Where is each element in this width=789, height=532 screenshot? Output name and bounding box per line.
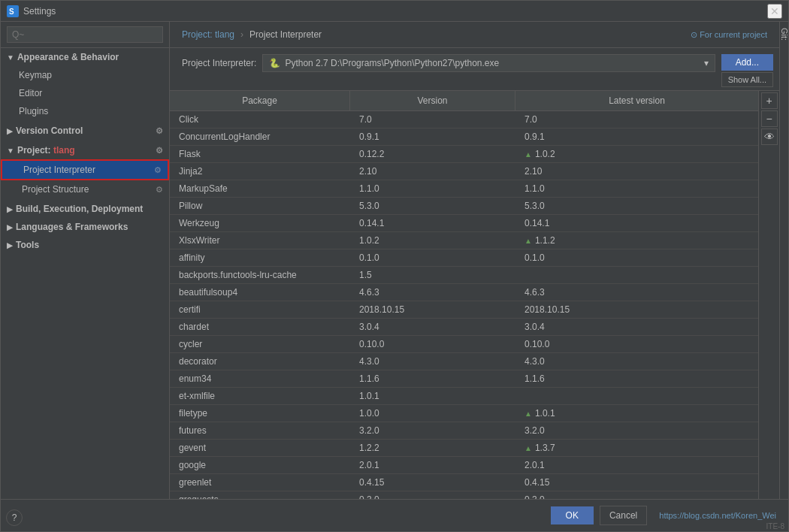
table-row[interactable]: affinity0.1.00.1.0 [170, 249, 758, 267]
footer: OK Cancel https://blog.csdn.net/Koren_We… [1, 499, 788, 531]
expand-icon: ▼ [7, 53, 14, 62]
package-latest [515, 267, 758, 283]
sidebar-item-label: Project Interpreter [23, 165, 95, 175]
title-bar: S Settings ✕ [1, 1, 788, 22]
package-latest: 0.3.0 [515, 491, 758, 499]
package-latest: ▲1.3.7 [515, 440, 758, 456]
table-row[interactable]: greenlet0.4.150.4.15 [170, 474, 758, 491]
expand-icon: ▶ [7, 127, 13, 135]
table-row[interactable]: google2.0.12.0.1 [170, 457, 758, 474]
package-version: 0.1.0 [350, 249, 515, 266]
show-all-button[interactable]: Show All... [721, 72, 773, 87]
sidebar-item-keymap[interactable]: Keymap [1, 66, 169, 84]
sidebar-item-label: Build, Execution, Deployment [16, 204, 143, 214]
interpreter-dropdown[interactable]: 🐍 Python 2.7 D:\Programs\Python\Python27… [262, 54, 715, 72]
table-row[interactable]: ConcurrentLogHandler0.9.10.9.1 [170, 128, 758, 146]
package-name: backports.functools-lru-cache [170, 267, 350, 283]
table-row[interactable]: Jinja22.102.10 [170, 163, 758, 180]
sidebar-item-project-structure[interactable]: Project Structure ⚙ [1, 180, 169, 198]
help-button[interactable]: ? [6, 509, 23, 526]
upgrade-arrow-icon: ▲ [524, 410, 532, 418]
close-button[interactable]: ✕ [767, 4, 782, 19]
package-name: grequests [170, 491, 350, 499]
packages-table: Package Version Latest version Click7.07… [170, 91, 758, 499]
package-name: futures [170, 422, 350, 439]
package-latest: 3.2.0 [515, 422, 758, 439]
sidebar-item-label: Appearance & Behavior [17, 52, 119, 62]
package-name: google [170, 457, 350, 473]
breadcrumb-project[interactable]: Project: tlang [182, 29, 234, 40]
package-latest: 5.3.0 [515, 198, 758, 214]
package-version: 1.1.0 [350, 180, 515, 197]
package-version: 0.14.1 [350, 215, 515, 231]
sidebar-item-build[interactable]: ▶ Build, Execution, Deployment [1, 200, 169, 218]
interpreter-label: Project Interpreter: [182, 58, 256, 68]
ide-label: ITE-8 [766, 522, 784, 530]
table-row[interactable]: enum341.1.61.1.6 [170, 370, 758, 388]
add-package-button[interactable]: + [761, 92, 778, 109]
package-version: 1.0.2 [350, 232, 515, 249]
package-version: 1.0.0 [350, 405, 515, 422]
expand-icon: ▶ [7, 205, 13, 213]
package-name: Click [170, 111, 350, 128]
table-row[interactable]: gevent1.2.2▲1.3.7 [170, 440, 758, 457]
table-row[interactable]: Werkzeug0.14.10.14.1 [170, 215, 758, 232]
package-latest: 2.10 [515, 163, 758, 180]
package-version: 5.3.0 [350, 198, 515, 214]
settings-cog-icon: ⚙ [156, 126, 163, 136]
settings-window: S Settings ✕ ▼ Appearance & Behavior Key… [0, 0, 789, 532]
package-name: greenlet [170, 474, 350, 491]
table-row[interactable]: Flask0.12.2▲1.0.2 [170, 146, 758, 163]
sidebar-item-appearance[interactable]: ▼ Appearance & Behavior [1, 48, 169, 66]
package-latest: ▲1.1.2 [515, 232, 758, 249]
sidebar-item-version-control[interactable]: ▶ Version Control ⚙ [1, 122, 169, 140]
table-row[interactable]: Click7.07.0 [170, 111, 758, 128]
table-row[interactable]: et-xmlfile1.0.1 [170, 388, 758, 405]
table-body: Click7.07.0ConcurrentLogHandler0.9.10.9.… [170, 111, 758, 499]
package-latest: ▲1.0.2 [515, 146, 758, 162]
package-name: filetype [170, 405, 350, 422]
package-version: 1.2.2 [350, 440, 515, 456]
sidebar-item-label: Tools [16, 240, 39, 250]
table-row[interactable]: grequests0.3.00.3.0 [170, 491, 758, 499]
sidebar-item-plugins[interactable]: Plugins [1, 102, 169, 120]
add-button[interactable]: Add... [721, 54, 773, 71]
sidebar-item-tools[interactable]: ▶ Tools [1, 236, 169, 254]
sidebar-item-project[interactable]: ▼ Project: tlang ⚙ [1, 141, 169, 159]
expand-icon: ▶ [7, 241, 13, 249]
package-latest: 0.9.1 [515, 128, 758, 145]
table-row[interactable]: chardet3.0.43.0.4 [170, 319, 758, 336]
sidebar-item-project-interpreter[interactable]: Project Interpreter ⚙ [1, 159, 169, 180]
packages-area: Package Version Latest version Click7.07… [170, 91, 779, 499]
table-row[interactable]: cycler0.10.00.10.0 [170, 336, 758, 353]
table-row[interactable]: decorator4.3.04.3.0 [170, 353, 758, 370]
ok-button[interactable]: OK [551, 506, 594, 524]
table-row[interactable]: futures3.2.03.2.0 [170, 422, 758, 440]
table-row[interactable]: beautifulsoup44.6.34.6.3 [170, 284, 758, 301]
breadcrumb-for-current[interactable]: ⊙ For current project [691, 30, 767, 40]
git-label[interactable]: Git: [780, 28, 789, 41]
sidebar-item-label: Project Structure [22, 184, 89, 195]
table-row[interactable]: XlsxWriter1.0.2▲1.1.2 [170, 232, 758, 249]
package-version: 4.3.0 [350, 353, 515, 370]
table-row[interactable]: backports.functools-lru-cache1.5 [170, 267, 758, 284]
cancel-button[interactable]: Cancel [600, 506, 647, 525]
upgrade-arrow-icon: ▲ [524, 237, 532, 245]
search-input[interactable] [7, 26, 163, 43]
window-title: Settings [23, 6, 767, 17]
table-row[interactable]: MarkupSafe1.1.01.1.0 [170, 180, 758, 198]
settings-cog-icon: ⚙ [156, 185, 163, 195]
eye-button[interactable]: 👁 [761, 128, 778, 145]
table-row[interactable]: certifi2018.10.152018.10.15 [170, 301, 758, 319]
package-version: 4.6.3 [350, 284, 515, 301]
table-row[interactable]: filetype1.0.0▲1.0.1 [170, 405, 758, 422]
sidebar-item-label: Version Control [16, 125, 83, 136]
sidebar-item-languages[interactable]: ▶ Languages & Frameworks [1, 218, 169, 236]
expand-icon: ▶ [7, 223, 13, 231]
package-latest [515, 388, 758, 404]
sidebar-item-editor[interactable]: Editor [1, 84, 169, 102]
package-latest: 7.0 [515, 111, 758, 128]
package-version: 0.9.1 [350, 128, 515, 145]
remove-package-button[interactable]: − [761, 110, 778, 127]
table-row[interactable]: Pillow5.3.05.3.0 [170, 198, 758, 215]
